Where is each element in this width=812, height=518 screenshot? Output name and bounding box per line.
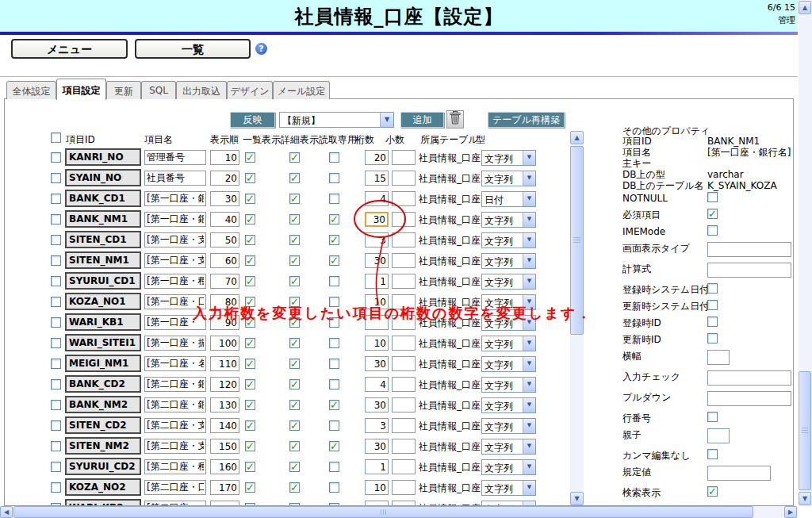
display-order-input[interactable] xyxy=(210,232,239,247)
detail-display-checkbox[interactable] xyxy=(289,152,300,163)
list-display-checkbox[interactable] xyxy=(245,276,255,286)
row-select-checkbox[interactable] xyxy=(51,194,61,204)
digits-input[interactable] xyxy=(365,171,389,186)
tab-6[interactable]: デザイン xyxy=(227,81,273,99)
detail-display-checkbox[interactable] xyxy=(289,379,300,389)
item-id-button[interactable]: BANK_CD1 xyxy=(65,190,141,207)
detail-display-checkbox[interactable] xyxy=(289,420,300,431)
digits-input[interactable] xyxy=(365,418,389,433)
detail-display-checkbox[interactable] xyxy=(289,503,300,505)
type-select[interactable]: 文字列▼ xyxy=(481,171,536,186)
detail-display-checkbox[interactable] xyxy=(289,338,300,348)
item-name-input[interactable] xyxy=(144,459,206,474)
list-display-checkbox[interactable] xyxy=(245,255,255,266)
item-name-input[interactable] xyxy=(144,253,206,268)
item-name-input[interactable] xyxy=(144,336,206,351)
tab-7[interactable]: メール設定 xyxy=(273,81,330,99)
item-id-button[interactable]: WARI_KB1 xyxy=(65,313,141,331)
list-display-checkbox[interactable] xyxy=(245,235,255,245)
list-display-checkbox[interactable] xyxy=(245,297,255,307)
chevron-down-icon[interactable]: ▼ xyxy=(523,316,535,330)
item-id-button[interactable]: MEIGI_NM1 xyxy=(65,355,141,372)
readonly-checkbox[interactable] xyxy=(329,173,339,183)
property-input[interactable] xyxy=(707,391,791,406)
type-select[interactable]: 文字列▼ xyxy=(481,439,536,455)
list-display-checkbox[interactable] xyxy=(245,482,255,493)
grid-scroll-up-icon[interactable]: ▲ xyxy=(570,131,584,144)
readonly-checkbox[interactable] xyxy=(329,338,339,348)
item-id-button[interactable]: SITEN_CD1 xyxy=(65,231,141,248)
decimals-input[interactable] xyxy=(392,418,416,433)
row-select-checkbox[interactable] xyxy=(51,297,61,307)
digits-input[interactable] xyxy=(365,377,389,392)
type-select[interactable]: 文字列▼ xyxy=(481,150,536,166)
decimals-input[interactable] xyxy=(392,171,416,186)
list-display-checkbox[interactable] xyxy=(245,462,255,472)
item-id-button[interactable]: SITEN_CD2 xyxy=(65,416,141,434)
decimals-input[interactable] xyxy=(392,315,416,330)
digits-input[interactable] xyxy=(365,439,389,454)
row-select-checkbox[interactable] xyxy=(51,359,61,369)
tab-3[interactable]: 更新 xyxy=(106,81,141,99)
property-input[interactable] xyxy=(707,263,791,278)
property-checkbox[interactable] xyxy=(707,225,718,236)
type-select[interactable]: 文字列▼ xyxy=(481,294,536,310)
digits-input[interactable] xyxy=(365,336,389,351)
display-order-input[interactable] xyxy=(210,294,239,309)
readonly-checkbox[interactable] xyxy=(329,441,339,451)
decimals-input[interactable] xyxy=(392,480,416,495)
target-select[interactable]: 【新規】 ▼ xyxy=(279,112,394,128)
chevron-down-icon[interactable]: ▼ xyxy=(523,357,535,371)
page-hscrollbar[interactable]: ◀ ▶ xyxy=(0,506,798,518)
readonly-checkbox[interactable] xyxy=(329,503,339,505)
property-checkbox[interactable] xyxy=(707,317,718,327)
detail-display-checkbox[interactable] xyxy=(289,297,300,307)
readonly-checkbox[interactable] xyxy=(329,297,339,307)
type-select[interactable]: 文字列▼ xyxy=(481,232,536,248)
menu-button[interactable]: メニュー xyxy=(11,39,128,59)
display-order-input[interactable] xyxy=(210,150,239,165)
grid-scroll-thumb[interactable] xyxy=(570,146,584,335)
decimals-input[interactable] xyxy=(392,397,416,412)
rebuild-table-button[interactable]: テーブル再構築 xyxy=(488,112,565,128)
row-select-checkbox[interactable] xyxy=(51,255,61,266)
type-select[interactable]: 文字列▼ xyxy=(481,377,536,393)
display-order-input[interactable] xyxy=(210,191,239,206)
item-id-button[interactable]: BANK_CD2 xyxy=(65,375,141,393)
decimals-input[interactable] xyxy=(392,150,416,165)
row-select-checkbox[interactable] xyxy=(51,482,61,493)
select-all-checkbox[interactable] xyxy=(51,132,61,143)
detail-display-checkbox[interactable] xyxy=(289,214,300,224)
tab-4[interactable]: SQL xyxy=(141,81,176,99)
item-name-input[interactable] xyxy=(144,377,206,392)
item-name-input[interactable] xyxy=(144,356,206,371)
readonly-checkbox[interactable] xyxy=(329,379,339,389)
digits-input[interactable] xyxy=(365,315,389,330)
page-scroll-right-icon[interactable]: ▶ xyxy=(784,506,797,518)
digits-input[interactable] xyxy=(365,480,389,495)
grid-scrollbar[interactable]: ▲ ▼ xyxy=(570,131,584,505)
item-name-input[interactable] xyxy=(144,274,206,289)
item-id-button[interactable]: SYURUI_CD1 xyxy=(65,272,141,290)
decimals-input[interactable] xyxy=(392,336,416,351)
item-name-input[interactable] xyxy=(144,480,206,495)
item-name-input[interactable] xyxy=(144,232,206,247)
type-select[interactable]: 日付▼ xyxy=(481,191,536,207)
list-display-checkbox[interactable] xyxy=(245,173,255,183)
item-name-input[interactable] xyxy=(144,315,206,330)
row-select-checkbox[interactable] xyxy=(51,152,61,163)
chevron-down-icon[interactable]: ▼ xyxy=(523,254,535,268)
row-select-checkbox[interactable] xyxy=(51,503,61,505)
display-order-input[interactable] xyxy=(210,336,239,351)
item-id-button[interactable]: WARI_SITEI1 xyxy=(65,334,141,351)
detail-display-checkbox[interactable] xyxy=(289,194,300,204)
type-select[interactable]: 文字列▼ xyxy=(481,253,536,269)
decimals-input[interactable] xyxy=(392,232,416,247)
chevron-down-icon[interactable]: ▼ xyxy=(380,113,393,127)
property-checkbox[interactable] xyxy=(707,209,718,219)
type-select[interactable]: 文字列▼ xyxy=(481,418,536,434)
type-select[interactable]: 文字列▼ xyxy=(481,315,536,331)
detail-display-checkbox[interactable] xyxy=(289,235,300,245)
detail-display-checkbox[interactable] xyxy=(289,255,300,266)
chevron-down-icon[interactable]: ▼ xyxy=(523,151,535,165)
